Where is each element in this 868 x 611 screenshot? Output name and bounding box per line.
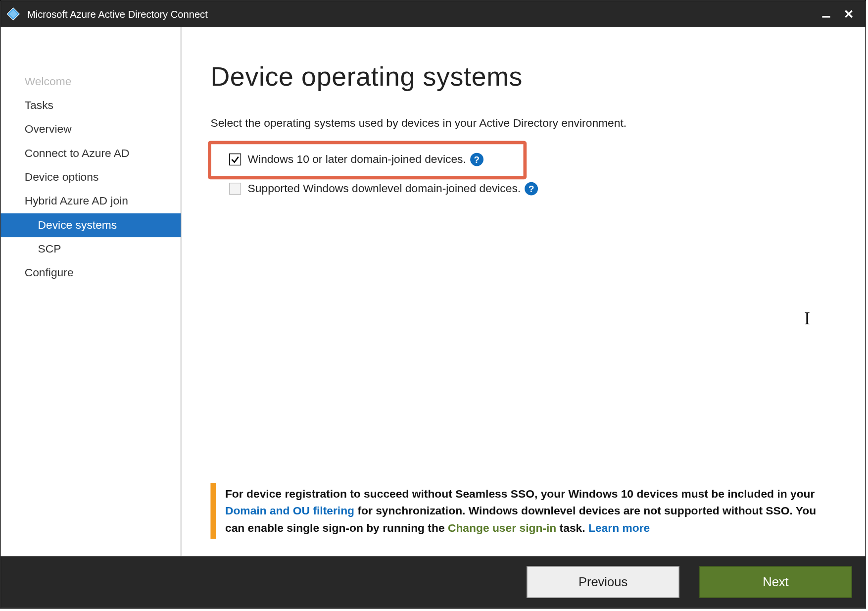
- sidebar-item-label: Configure: [25, 266, 74, 279]
- svg-rect-3: [822, 16, 830, 17]
- titlebar: Microsoft Azure Active Directory Connect: [0, 0, 865, 27]
- sidebar-item-overview[interactable]: Overview: [0, 118, 181, 142]
- sidebar-item-label: Overview: [25, 123, 72, 135]
- sidebar-item-welcome[interactable]: Welcome: [0, 70, 181, 94]
- sidebar-item-device-options[interactable]: Device options: [0, 165, 181, 189]
- window-title: Microsoft Azure Active Directory Connect: [27, 8, 815, 20]
- sidebar-item-label: Tasks: [25, 99, 53, 111]
- sidebar-item-configure[interactable]: Configure: [0, 261, 181, 285]
- close-button[interactable]: [837, 4, 860, 24]
- button-label: Next: [763, 575, 788, 590]
- previous-button[interactable]: Previous: [527, 566, 679, 598]
- sidebar-item-label: Welcome: [25, 75, 72, 88]
- sidebar-item-label: Device options: [25, 171, 99, 183]
- link-domain-ou-filtering[interactable]: Domain and OU filtering: [225, 505, 354, 517]
- info-notice: For device registration to succeed witho…: [210, 483, 839, 539]
- sidebar-item-device-systems[interactable]: Device systems: [0, 213, 181, 237]
- azure-logo-icon: [6, 6, 21, 21]
- option-win10[interactable]: Windows 10 or later domain-joined device…: [210, 149, 839, 170]
- page-title: Device operating systems: [210, 62, 839, 92]
- sidebar-item-label: SCP: [38, 243, 61, 255]
- help-icon[interactable]: ?: [525, 182, 538, 196]
- option-downlevel[interactable]: Supported Windows downlevel domain-joine…: [210, 178, 839, 200]
- sidebar-item-tasks[interactable]: Tasks: [0, 94, 181, 117]
- page-subtitle: Select the operating systems used by dev…: [210, 117, 839, 130]
- checkbox-checked-icon[interactable]: [229, 153, 241, 165]
- sidebar-item-label: Hybrid Azure AD join: [25, 195, 128, 207]
- sidebar-item-label: Connect to Azure AD: [25, 147, 130, 159]
- checkbox-unchecked-icon[interactable]: [229, 183, 241, 195]
- wizard-sidebar: Welcome Tasks Overview Connect to Azure …: [0, 27, 181, 556]
- option-label: Supported Windows downlevel domain-joine…: [248, 182, 521, 196]
- button-label: Previous: [579, 575, 627, 590]
- notice-text: task.: [560, 521, 588, 534]
- next-button[interactable]: Next: [699, 566, 852, 598]
- sidebar-item-hybrid-join[interactable]: Hybrid Azure AD join: [0, 189, 181, 213]
- link-change-user-signin[interactable]: Change user sign-in: [448, 521, 556, 534]
- main-panel: Device operating systems Select the oper…: [181, 27, 865, 556]
- help-icon[interactable]: ?: [470, 153, 483, 166]
- minimize-button[interactable]: [815, 4, 838, 24]
- link-learn-more[interactable]: Learn more: [588, 521, 650, 534]
- sidebar-item-label: Device systems: [38, 219, 117, 231]
- notice-text: For device registration to succeed witho…: [225, 487, 815, 500]
- sidebar-item-connect-azure-ad[interactable]: Connect to Azure AD: [0, 142, 181, 165]
- app-window: Microsoft Azure Active Directory Connect…: [0, 0, 866, 609]
- window-body: Welcome Tasks Overview Connect to Azure …: [0, 27, 865, 556]
- option-label: Windows 10 or later domain-joined device…: [248, 153, 466, 166]
- wizard-footer: Previous Next: [0, 556, 865, 608]
- os-options: Windows 10 or later domain-joined device…: [210, 149, 839, 200]
- sidebar-item-scp[interactable]: SCP: [0, 237, 181, 261]
